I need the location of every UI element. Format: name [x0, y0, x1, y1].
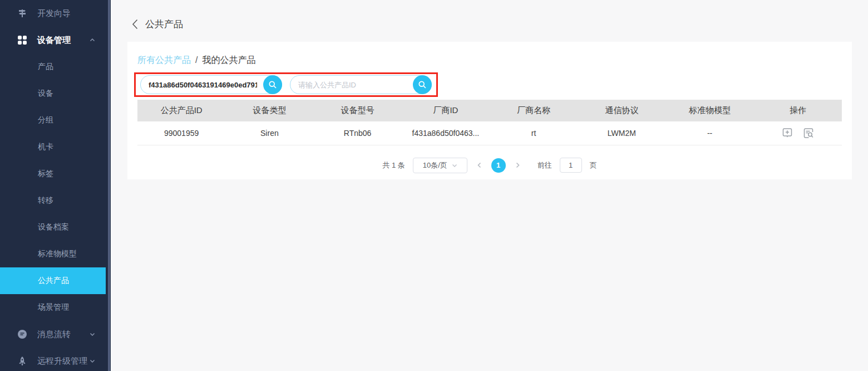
sidebar-item-scene-mgmt[interactable]: 场景管理 [0, 294, 111, 321]
sidebar-item-label: 设备档案 [38, 222, 69, 232]
total-count-label: 共 1 条 [382, 160, 405, 170]
sidebar-item-label: 开发向导 [37, 8, 71, 19]
col-header-vendor-name: 厂商名称 [490, 100, 578, 121]
sidebar-item-label: 公共产品 [38, 276, 69, 286]
col-header-vendor-id: 厂商ID [402, 100, 490, 121]
sidebar-scrollbar[interactable] [108, 0, 110, 371]
cell-device-model: RTnb06 [314, 121, 402, 145]
search-button[interactable] [263, 75, 282, 94]
page-title: 公共产品 [145, 18, 183, 31]
main-content: 公共产品 所有公共产品 / 我的公共产品 [111, 0, 868, 371]
cell-standard-model: -- [666, 121, 754, 145]
page-size-select[interactable]: 10条/页 [413, 158, 467, 173]
sidebar-item-device-archive[interactable]: 设备档案 [0, 214, 111, 241]
sidebar-item-label: 分组 [38, 115, 53, 125]
goto-unit-label: 页 [590, 160, 597, 170]
pagination: 共 1 条 10条/页 1 前往 页 [137, 158, 842, 173]
page-size-value: 10条/页 [423, 160, 447, 170]
tabs: 所有公共产品 / 我的公共产品 [137, 42, 842, 66]
sidebar-item-label: 设备 [38, 89, 53, 99]
product-id-search-field [290, 75, 432, 94]
sidebar-item-label: 机卡 [38, 142, 53, 152]
vendor-id-search-field [140, 75, 282, 94]
cell-vendor-name: rt [490, 121, 578, 145]
tab-all-public-products[interactable]: 所有公共产品 [137, 55, 191, 66]
sidebar-item-tag[interactable]: 标签 [0, 160, 111, 187]
tab-my-public-products[interactable]: 我的公共产品 [202, 55, 255, 66]
add-icon[interactable] [781, 128, 793, 139]
sidebar-item-label: 消息流转 [37, 329, 71, 340]
sidebar-item-label: 标准物模型 [38, 249, 77, 259]
sidebar-item-dev-guide[interactable]: 开发向导 [0, 0, 111, 27]
view-details-icon[interactable] [802, 128, 815, 139]
grid-icon [17, 35, 28, 46]
sidebar: 开发向导 设备管理 产品 设备 分组 机卡 标签 转移 设备档案 标准物模型 公… [0, 0, 111, 371]
cell-product-id: 99001959 [137, 121, 225, 145]
sidebar-item-label: 设备管理 [37, 35, 71, 46]
sidebar-item-label: 场景管理 [38, 302, 69, 313]
sidebar-item-standard-model[interactable]: 标准物模型 [0, 241, 111, 267]
public-products-table: 公共产品ID 设备类型 设备型号 厂商ID 厂商名称 通信协议 标准物模型 操作… [137, 100, 842, 145]
sidebar-item-transfer[interactable]: 转移 [0, 187, 111, 214]
tab-separator: / [195, 55, 198, 65]
annotation-highlight-box [134, 72, 438, 97]
next-page-button[interactable] [514, 162, 522, 168]
vendor-id-search-input[interactable] [149, 76, 257, 93]
signpost-icon [17, 8, 28, 19]
prev-page-button[interactable] [475, 162, 484, 168]
table-row: 99001959 Siren RTnb06 f431a86d50f0463...… [137, 121, 842, 145]
product-id-search-input[interactable] [298, 76, 407, 93]
table-header-row: 公共产品ID 设备类型 设备型号 厂商ID 厂商名称 通信协议 标准物模型 操作 [137, 100, 842, 121]
cell-device-type: Siren [225, 121, 313, 145]
sidebar-item-label: 远程升级管理 [37, 356, 87, 367]
col-header-actions: 操作 [754, 100, 842, 121]
sidebar-item-sim-card[interactable]: 机卡 [0, 134, 111, 160]
col-header-protocol: 通信协议 [578, 100, 665, 121]
rocket-icon [17, 355, 28, 367]
sidebar-item-label: 转移 [38, 196, 53, 206]
chevron-down-icon [90, 331, 95, 337]
cell-protocol: LWM2M [578, 121, 665, 145]
breadcrumb: 公共产品 [132, 18, 183, 31]
sidebar-item-device-mgmt[interactable]: 设备管理 [0, 27, 111, 53]
message-icon [17, 329, 28, 340]
chevron-up-icon [90, 37, 95, 43]
back-chevron-icon[interactable] [132, 19, 138, 30]
cell-vendor-id: f431a86d50f0463... [402, 121, 490, 145]
sidebar-item-remote-upgrade[interactable]: 远程升级管理 [0, 348, 111, 371]
chevron-down-icon [452, 163, 457, 168]
col-header-product-id: 公共产品ID [137, 100, 225, 121]
sidebar-item-label: 标签 [38, 169, 53, 179]
sidebar-item-device[interactable]: 设备 [0, 80, 111, 107]
chevron-down-icon [90, 358, 95, 364]
search-icon [418, 80, 427, 89]
sidebar-item-product[interactable]: 产品 [0, 53, 111, 80]
goto-page-input[interactable] [560, 158, 582, 173]
search-zone [134, 72, 842, 97]
sidebar-item-message-flow[interactable]: 消息流转 [0, 321, 111, 348]
col-header-device-type: 设备类型 [225, 100, 313, 121]
col-header-standard-model: 标准物模型 [666, 100, 754, 121]
col-header-device-model: 设备型号 [314, 100, 402, 121]
search-icon [268, 80, 277, 89]
sidebar-item-label: 产品 [38, 62, 53, 72]
goto-label: 前往 [537, 160, 552, 170]
sidebar-item-public-product[interactable]: 公共产品 [0, 267, 106, 294]
sidebar-item-group[interactable]: 分组 [0, 107, 111, 134]
search-button[interactable] [413, 75, 432, 94]
content-card: 所有公共产品 / 我的公共产品 [127, 42, 852, 179]
cell-actions [754, 121, 842, 145]
page-number-button[interactable]: 1 [491, 158, 506, 173]
